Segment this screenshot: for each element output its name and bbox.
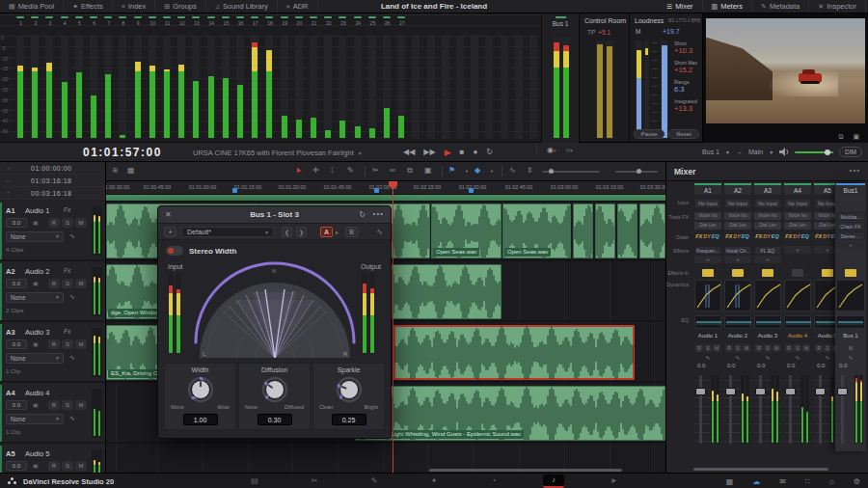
strip-s-button[interactable]: S bbox=[764, 344, 772, 352]
playhead[interactable] bbox=[393, 181, 393, 473]
record-button[interactable]: ● bbox=[473, 148, 477, 156]
mixer-strip-a2[interactable]: A2No InputVoice IsoDial LevFXDYEQVocal C… bbox=[723, 183, 752, 451]
loop-button[interactable]: ↻ bbox=[486, 148, 493, 156]
fader-track[interactable] bbox=[841, 375, 844, 444]
fader-track[interactable] bbox=[759, 375, 762, 444]
clip[interactable] bbox=[573, 203, 593, 258]
dynamics-thumbnail[interactable] bbox=[754, 280, 781, 312]
lock-icon[interactable]: ▣ bbox=[33, 219, 39, 226]
strip-m-button[interactable]: M bbox=[743, 344, 750, 352]
strip-name[interactable]: Audio 2 bbox=[724, 333, 751, 339]
track-header-a2[interactable]: A2Audio 2Fx2.00.0▣RSMNone▼∿2 Clips bbox=[0, 263, 106, 322]
strip-r-button[interactable]: R bbox=[725, 344, 733, 352]
fader-handle[interactable] bbox=[815, 388, 826, 395]
strip-automation-icon[interactable]: ∿ bbox=[784, 354, 811, 362]
knob-value-field[interactable]: 0.30 bbox=[258, 414, 292, 425]
strip-order[interactable]: FXDYEQ bbox=[784, 233, 811, 239]
page-fairlight[interactable]: ♪ bbox=[543, 474, 564, 488]
settings-icon[interactable]: ⚙ bbox=[854, 477, 860, 486]
strip-r-button[interactable]: R bbox=[755, 344, 763, 352]
plugin-menu-icon[interactable]: ••• bbox=[373, 209, 384, 218]
strip-m-button[interactable]: M bbox=[773, 344, 780, 352]
fader-handle[interactable] bbox=[695, 388, 706, 395]
track-fx-pill[interactable]: Dial Lev bbox=[694, 222, 721, 230]
automation-curve-icon[interactable]: ∿ bbox=[69, 232, 75, 240]
track-header-a5[interactable]: A5Audio 52.00.0▣RSMNone▼∿ bbox=[0, 446, 106, 473]
lock-icon[interactable]: ▣ bbox=[33, 401, 39, 408]
reset-button[interactable]: Reset bbox=[668, 129, 699, 139]
strip-m-button[interactable]: M bbox=[802, 344, 810, 352]
strip-m-button[interactable]: M bbox=[713, 344, 720, 352]
lock-icon[interactable]: ▣ bbox=[33, 340, 39, 347]
strip-order[interactable]: FXDYEQ bbox=[724, 233, 751, 239]
strip-name[interactable]: Audio 4 bbox=[784, 333, 811, 339]
lock-icon[interactable]: ▣ bbox=[33, 280, 39, 286]
track-r-button[interactable]: R bbox=[48, 218, 60, 228]
strip-s-button[interactable]: S bbox=[824, 344, 831, 352]
input-selector[interactable]: No Input bbox=[754, 199, 781, 208]
track-gain-field[interactable]: 0.0 bbox=[6, 339, 27, 349]
trim-tool-icon[interactable]: ✛ bbox=[312, 166, 319, 175]
effects-in-toggle[interactable] bbox=[845, 269, 856, 277]
top-button-mixer[interactable]: ☰Mixer bbox=[658, 0, 703, 13]
track-gain-field[interactable]: 0.0 bbox=[6, 400, 27, 410]
prev-preset-button[interactable]: ❮ bbox=[282, 227, 292, 237]
track-fx-pill[interactable]: Voice Iso bbox=[754, 212, 781, 220]
knob-sparkle[interactable]: SparkleCleanBright0.25 bbox=[312, 363, 385, 430]
marker-chevron-icon[interactable]: ▼ bbox=[490, 169, 494, 174]
timeline-selector[interactable]: URSA CINE 17K65 with Florent Piovesan Fa… bbox=[193, 149, 363, 157]
eq-thumbnail[interactable] bbox=[784, 315, 811, 329]
eq-thumbnail[interactable] bbox=[724, 315, 751, 329]
effect-slot[interactable]: Vocal Ch... bbox=[724, 246, 751, 255]
track-fx-pill[interactable]: Dial Lev bbox=[784, 222, 811, 230]
strip-s-button[interactable]: S bbox=[794, 344, 801, 352]
automation-mode-dropdown[interactable]: None▼ bbox=[6, 231, 64, 242]
rewind-button[interactable]: ◀◀ bbox=[403, 148, 415, 156]
track-header-a1[interactable]: A1Audio 1Fx2.00.0▣RSMNone▼∿4 Clips bbox=[0, 203, 106, 261]
clip[interactable] bbox=[639, 203, 665, 258]
automation-mode-icon[interactable]: ○▾ bbox=[566, 146, 573, 154]
pointer-tool-icon[interactable]: ➤ bbox=[293, 166, 304, 176]
linked-move-icon[interactable]: ⧉ bbox=[407, 166, 413, 176]
stop-button[interactable]: ■ bbox=[460, 148, 465, 156]
top-button-metadata[interactable]: ✎Metadata bbox=[752, 0, 809, 13]
track-grid-icon[interactable]: ▦ bbox=[127, 166, 135, 175]
knob-value-field[interactable]: 0.25 bbox=[332, 414, 366, 425]
plugin-bypass-toggle[interactable] bbox=[166, 246, 183, 256]
top-button-sound-library[interactable]: ♫Sound Library bbox=[206, 0, 278, 13]
play-button[interactable]: ▶ bbox=[445, 148, 451, 157]
effect-slot[interactable]: Frequen... bbox=[694, 246, 721, 255]
messages-icon[interactable]: ✉ bbox=[779, 477, 786, 486]
strip-gain-value[interactable]: 0.0 bbox=[754, 363, 781, 368]
track-height-icon[interactable]: ⇕ bbox=[527, 166, 533, 175]
strip-name[interactable]: Bus 1 bbox=[836, 333, 865, 339]
effect-slot[interactable]: Stereo ... bbox=[836, 231, 865, 240]
strip-r-button[interactable]: R bbox=[785, 344, 793, 352]
track-m-button[interactable]: M bbox=[75, 339, 87, 349]
track-m-button[interactable]: M bbox=[75, 279, 87, 288]
track-r-button[interactable]: R bbox=[48, 400, 60, 410]
monitor-volume-slider[interactable] bbox=[795, 151, 833, 153]
effect-slot[interactable]: Chain FX bbox=[836, 222, 865, 230]
clip-es-desert-light-whistling-wind-gusts-epidemic-sound[interactable]: ES_Desert, Light Whistling, Wind Gusts -… bbox=[355, 386, 665, 441]
timeline-marker-icon[interactable] bbox=[232, 188, 237, 193]
input-selector[interactable]: No Input bbox=[694, 199, 721, 208]
mixer-strip-a1[interactable]: A1No InputVoice IsoDial LevFXDYEQFrequen… bbox=[693, 183, 722, 451]
monitor-dest[interactable]: Main bbox=[748, 149, 763, 155]
fader-track[interactable] bbox=[699, 375, 702, 444]
range-tool-icon[interactable]: ⌶ bbox=[330, 166, 335, 176]
strip-name[interactable]: Audio 1 bbox=[694, 333, 721, 339]
track-m-button[interactable]: M bbox=[75, 461, 87, 471]
ab-copy-icon[interactable]: ▸ bbox=[336, 229, 339, 235]
knob-dial[interactable] bbox=[335, 375, 364, 404]
track-s-button[interactable]: S bbox=[62, 400, 73, 410]
track-zoom-slider[interactable] bbox=[615, 171, 658, 173]
mixer-strip-a3[interactable]: A3No InputVoice IsoDial LevFXDYEQFL EQ+A… bbox=[753, 183, 782, 451]
strip-input[interactable]: No Input bbox=[724, 199, 751, 208]
add-effect-button[interactable]: + bbox=[754, 256, 781, 263]
effects-in-toggle[interactable] bbox=[702, 269, 714, 277]
fader-handle[interactable] bbox=[785, 388, 796, 395]
clip[interactable] bbox=[595, 203, 615, 258]
automation-mode-dropdown[interactable]: None▼ bbox=[6, 292, 64, 303]
strip-order[interactable]: FXDYEQ bbox=[754, 233, 781, 239]
